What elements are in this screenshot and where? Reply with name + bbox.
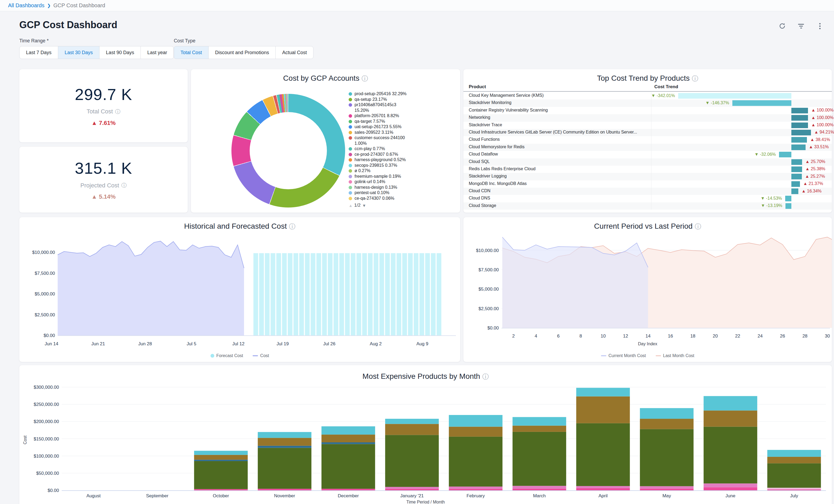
table-row[interactable]: Cloud Infrastructure Services GitLab Ser…: [463, 129, 832, 136]
time-range-last-30-days[interactable]: Last 30 Days: [58, 46, 100, 59]
table-row[interactable]: Stackdriver Monitoring▼ -146.37%: [463, 100, 832, 107]
cost-axis-label: Cost: [23, 426, 28, 453]
svg-text:June: June: [725, 493, 735, 498]
legend-page-down-icon[interactable]: ▼: [362, 203, 366, 208]
chart-legend-item[interactable]: Last Month Cost: [656, 353, 695, 358]
legend-item[interactable]: prod-setup-205416 32.29%: [349, 91, 411, 97]
product-name: Redis Labs Redis Enterprise Cloud: [469, 167, 535, 171]
refresh-icon[interactable]: [778, 22, 786, 30]
legend-label: ø 0.27%: [354, 168, 411, 174]
svg-text:$250,000.00: $250,000.00: [34, 402, 59, 407]
cost-trend-cell: ▼ -342.01%: [651, 92, 828, 100]
svg-text:March: March: [533, 493, 546, 498]
svg-text:September: September: [146, 493, 169, 498]
table-row[interactable]: MongoDB Inc. MongoDB Atlas▲ 21.37%: [463, 180, 832, 188]
legend-item[interactable]: uat-setup-261723 5.55%: [349, 124, 411, 130]
svg-text:20: 20: [713, 333, 718, 338]
table-row[interactable]: Cloud CDN▲ 16.34%: [463, 188, 832, 195]
info-icon[interactable]: ⓘ: [121, 182, 127, 189]
table-row[interactable]: Stackdriver Trace▲ 100.00%: [463, 122, 832, 129]
table-row[interactable]: Container Registry Vulnerability Scannin…: [463, 107, 832, 114]
legend-item[interactable]: qa-setup 23.17%: [349, 97, 411, 103]
product-name: Stackdriver Logging: [469, 174, 507, 178]
table-row[interactable]: Stackdriver Logging▲ 25.27%: [463, 173, 832, 180]
chart-legend-item[interactable]: Forecast Cost: [211, 353, 243, 358]
legend-item[interactable]: freemium-sample 0.19%: [349, 174, 411, 179]
historical-forecast-chart[interactable]: $10,000.00$7,500.00$5,000.00$2,500.00$0.…: [19, 217, 460, 362]
cost-trend-column-header[interactable]: Cost Trend: [654, 84, 678, 90]
cost-type-actual-cost[interactable]: Actual Cost: [276, 46, 313, 59]
current-vs-last-period-card: Current Period vs Last Periodⓘ $10,000.0…: [463, 217, 832, 362]
table-row[interactable]: Cloud Storage▼ -13.19%: [463, 202, 832, 210]
legend-line-icon: [656, 355, 661, 356]
table-row[interactable]: Cloud Memorystore for Redis▲ 33.51%: [463, 144, 832, 151]
time-range-last-year[interactable]: Last year: [140, 46, 174, 59]
svg-text:Aug 2: Aug 2: [370, 341, 381, 346]
legend-item[interactable]: pr10406a87045145c3 15.20%: [349, 102, 411, 113]
svg-text:$7,500.00: $7,500.00: [478, 267, 499, 272]
time-range-last-90-days[interactable]: Last 90 Days: [99, 46, 141, 59]
time-period-axis-label: Time Period / Month: [19, 500, 832, 504]
trend-bar: [791, 115, 808, 120]
legend-item[interactable]: golink-url 0.14%: [349, 179, 411, 185]
legend-item[interactable]: pentest-uat 0.10%: [349, 190, 411, 196]
donut-hole: [250, 112, 327, 189]
legend-item[interactable]: qa-target 7.57%: [349, 119, 411, 124]
svg-text:$0.00: $0.00: [487, 326, 499, 331]
table-row[interactable]: Networking▲ 100.00%: [463, 114, 832, 122]
table-row[interactable]: Cloud Functions▲ 38.41%: [463, 136, 832, 144]
legend-label: qa-target 7.57%: [354, 119, 411, 124]
legend-dot-icon: [349, 175, 352, 178]
most-expensive-products-chart[interactable]: $300,000.00$250,000.00$200,000.00$150,00…: [19, 365, 832, 504]
trend-percent: ▲ 25.38%: [805, 167, 826, 171]
info-icon[interactable]: ⓘ: [692, 75, 698, 82]
legend-item[interactable]: ce-prod-274307 0.67%: [349, 152, 411, 157]
projected-cost-value: 315.1 K: [75, 159, 132, 177]
table-row[interactable]: Redis Labs Redis Enterprise Cloud▲ 25.38…: [463, 166, 832, 173]
svg-text:Jun 28: Jun 28: [138, 341, 152, 346]
breadcrumb-current: GCP Cost Dashboard: [53, 2, 105, 8]
legend-page-up-icon[interactable]: ▲: [349, 203, 353, 208]
kebab-menu-icon[interactable]: [816, 22, 824, 30]
legend-line-icon: [253, 355, 258, 356]
legend-item[interactable]: ø 0.27%: [349, 168, 411, 174]
legend-item[interactable]: platform-205701 8.82%: [349, 113, 411, 119]
info-icon[interactable]: ⓘ: [115, 108, 120, 115]
svg-text:August: August: [86, 493, 101, 498]
legend-item[interactable]: customer-success-244100 1.00%: [349, 135, 411, 146]
table-row[interactable]: Cloud Key Management Service (KMS)▼ -342…: [463, 92, 832, 100]
trend-bar: [779, 152, 791, 157]
chart-legend-item[interactable]: Cost: [253, 353, 269, 358]
legend-dot-icon: [211, 354, 214, 358]
time-range-last-7-days[interactable]: Last 7 Days: [19, 46, 58, 59]
total-cost-value: 299.7 K: [75, 85, 132, 104]
legend-label: Current Month Cost: [609, 353, 646, 358]
trend-percent: ▼ -342.01%: [651, 93, 675, 98]
filter-icon[interactable]: [797, 22, 805, 30]
cost-type-discount-and-promotions[interactable]: Discount and Promotions: [208, 46, 276, 59]
table-row[interactable]: Cloud DNS▼ -14.53%: [463, 195, 832, 202]
cost-trend-cell: ▲ 100.00%: [651, 114, 828, 122]
legend-dot-icon: [349, 114, 352, 118]
current-vs-last-period-chart[interactable]: $10,000.00$7,500.00$5,000.00$2,500.00$0.…: [463, 217, 832, 362]
trend-table-body: Cloud Key Management Service (KMS)▼ -342…: [463, 92, 832, 210]
legend-item[interactable]: sales-209522 3.11%: [349, 130, 411, 135]
legend-item[interactable]: harness-design 0.13%: [349, 185, 411, 190]
product-column-header[interactable]: Product: [469, 84, 486, 90]
legend-item[interactable]: ccm-play 0.77%: [349, 146, 411, 152]
table-row[interactable]: Cloud Dataflow▼ -32.06%: [463, 151, 832, 158]
table-row[interactable]: Cloud SQL▲ 25.70%: [463, 158, 832, 166]
product-name: MongoDB Inc. MongoDB Atlas: [469, 181, 527, 186]
info-icon[interactable]: ⓘ: [361, 75, 368, 82]
gcp-accounts-donut-chart[interactable]: [232, 94, 345, 207]
legend-item[interactable]: harness-playground 0.52%: [349, 157, 411, 163]
chart-legend-item[interactable]: Current Month Cost: [601, 353, 646, 358]
svg-text:6: 6: [557, 333, 559, 338]
cost-type-total-cost[interactable]: Total Cost: [174, 46, 208, 59]
cost-type-segmented-control: Total Cost Discount and Promotions Actua…: [174, 46, 313, 59]
cost-trend-cell: ▼ -13.19%: [651, 202, 828, 210]
breadcrumb-all-dashboards-link[interactable]: All Dashboards: [8, 2, 45, 8]
trend-bar: [791, 130, 811, 135]
legend-item[interactable]: secops-239815 0.37%: [349, 163, 411, 168]
legend-item[interactable]: ce-qa-274307 0.06%: [349, 196, 411, 201]
